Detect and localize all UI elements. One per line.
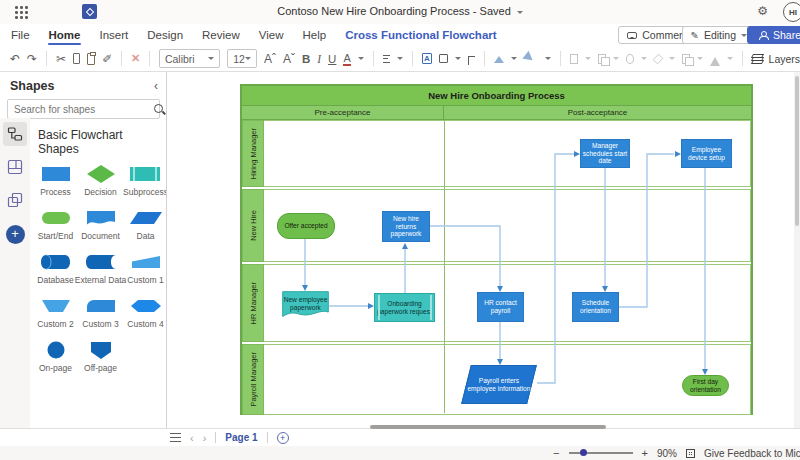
format-painter-icon[interactable]: ✐ bbox=[102, 53, 112, 65]
previous-page-icon[interactable]: ‹ bbox=[190, 432, 194, 444]
cut-icon[interactable]: ✂ bbox=[56, 53, 66, 65]
paste-icon[interactable] bbox=[87, 53, 95, 65]
shape-onboarding-paperwork-request[interactable]: Onboarding paperwork request bbox=[374, 293, 435, 322]
zoom-slider-thumb[interactable] bbox=[580, 449, 587, 456]
settings-gear-icon[interactable]: ⚙ bbox=[757, 4, 768, 18]
chevron-down-icon[interactable] bbox=[669, 57, 675, 63]
share-button[interactable]: Share bbox=[747, 26, 800, 44]
stencil-shape-external-data[interactable]: External Data bbox=[75, 252, 127, 285]
lane-area[interactable] bbox=[264, 120, 751, 187]
zoom-out-button[interactable]: − bbox=[553, 447, 559, 459]
diagram-parts-icon[interactable] bbox=[3, 155, 27, 179]
drawing-canvas[interactable]: New Hire Onboarding Process Pre-acceptan… bbox=[168, 72, 800, 428]
tab-design[interactable]: Design bbox=[147, 29, 183, 41]
next-page-icon[interactable]: › bbox=[203, 432, 207, 444]
chevron-down-icon[interactable] bbox=[397, 57, 403, 63]
copy-icon[interactable] bbox=[73, 53, 80, 64]
shape-menu-icon[interactable] bbox=[439, 54, 448, 63]
lane-area[interactable] bbox=[264, 189, 751, 262]
zoom-level[interactable]: 90% bbox=[657, 448, 677, 459]
stencil-shape-database[interactable]: Database bbox=[37, 252, 73, 285]
phase-post-acceptance[interactable]: Post-acceptance bbox=[444, 106, 751, 119]
line-color-icon[interactable] bbox=[523, 50, 540, 66]
text-align-icon[interactable] bbox=[383, 55, 390, 63]
shape-new-employee-paperwork[interactable]: New employee paperwork bbox=[282, 291, 329, 321]
horizontal-scrollbar-thumb[interactable] bbox=[370, 425, 606, 429]
vertical-scrollbar-thumb[interactable] bbox=[795, 76, 799, 226]
underline-button[interactable]: U bbox=[328, 53, 336, 65]
shape-employee-device-setup[interactable]: Employee device setup bbox=[681, 139, 732, 168]
phase-pre-acceptance[interactable]: Pre-acceptance bbox=[242, 106, 444, 119]
add-stencil-button[interactable]: + bbox=[6, 225, 25, 244]
shape-new-hire-returns-paperwork[interactable]: New hire returns paperwork bbox=[382, 211, 430, 242]
shape-offer-accepted[interactable]: Offer accepted bbox=[277, 213, 335, 239]
shape-payroll-enters-employee-information[interactable]: Payroll enters employee information bbox=[461, 365, 537, 404]
zoom-slider[interactable] bbox=[569, 452, 633, 453]
stencil-shapes-icon[interactable] bbox=[3, 122, 27, 146]
menu-file[interactable]: File bbox=[11, 29, 30, 41]
tab-insert[interactable]: Insert bbox=[99, 29, 128, 41]
connector-button[interactable] bbox=[468, 56, 476, 65]
tab-home[interactable]: Home bbox=[49, 29, 81, 41]
stencil-shape-custom-2[interactable]: Custom 2 bbox=[37, 296, 73, 329]
chevron-down-icon[interactable] bbox=[727, 57, 733, 63]
shape-hr-contact-payroll[interactable]: HR contact payroll bbox=[477, 292, 524, 322]
chevron-down-icon[interactable] bbox=[697, 57, 703, 63]
avatar[interactable]: HI bbox=[783, 2, 800, 22]
font-size-select[interactable]: 12 bbox=[227, 49, 257, 68]
vertical-scrollbar[interactable] bbox=[794, 72, 800, 428]
redo-icon[interactable]: ↷ bbox=[27, 53, 37, 65]
chevron-down-icon[interactable] bbox=[358, 57, 364, 63]
chevron-down-icon[interactable] bbox=[545, 57, 551, 63]
group-menu[interactable] bbox=[598, 54, 606, 64]
shape-schedule-orientation[interactable]: Schedule orientation bbox=[572, 292, 619, 322]
chevron-down-icon[interactable] bbox=[455, 57, 461, 63]
feedback-link[interactable]: Give Feedback to Microsoft bbox=[704, 448, 800, 459]
chevron-down-icon[interactable] bbox=[641, 57, 647, 63]
add-page-button[interactable]: + bbox=[277, 432, 289, 444]
font-color-button[interactable]: A bbox=[343, 52, 350, 66]
stencil-shape-process[interactable]: Process bbox=[38, 164, 74, 197]
tab-view[interactable]: View bbox=[259, 29, 284, 41]
shrink-font-icon[interactable]: Aˇ bbox=[283, 53, 295, 65]
chevron-down-icon[interactable] bbox=[613, 57, 619, 63]
shapes-search-input[interactable] bbox=[8, 104, 152, 115]
editing-mode-button[interactable]: ✎ Editing bbox=[682, 26, 757, 44]
arrange-position-menu[interactable] bbox=[570, 54, 578, 64]
order-menu[interactable] bbox=[652, 53, 663, 64]
document-title[interactable]: Contoso New Hire Onboarding Process - Sa… bbox=[0, 5, 800, 17]
lane-label-new-hire[interactable]: New Hire bbox=[242, 189, 264, 262]
lane-label-hr-manager[interactable]: HR Manager bbox=[242, 264, 264, 342]
layers-button[interactable]: Layers bbox=[752, 53, 800, 65]
tab-help[interactable]: Help bbox=[303, 29, 327, 41]
stencil-shape-on-page[interactable]: On-page bbox=[38, 340, 74, 373]
align-shapes-menu[interactable] bbox=[626, 54, 634, 64]
stencil-shape-off-page[interactable]: Off-page bbox=[83, 340, 119, 373]
text-box-button[interactable]: A bbox=[422, 53, 432, 64]
fill-color-icon[interactable] bbox=[494, 51, 504, 63]
ungroup-menu[interactable] bbox=[682, 54, 690, 64]
more-stencils-icon[interactable] bbox=[3, 188, 27, 212]
stencil-shape-decision[interactable]: Decision bbox=[83, 164, 119, 197]
delete-icon[interactable]: ✕ bbox=[131, 52, 140, 65]
bold-button[interactable]: B bbox=[302, 53, 310, 65]
chevron-down-icon[interactable] bbox=[585, 57, 591, 63]
stencil-shape-custom-3[interactable]: Custom 3 bbox=[82, 296, 118, 329]
stencil-shape-start-end[interactable]: Start/End bbox=[38, 208, 74, 241]
stencil-section-title[interactable]: Basic Flowchart Shapes bbox=[30, 118, 166, 164]
zoom-in-button[interactable]: + bbox=[642, 447, 648, 459]
italic-button[interactable]: I bbox=[317, 53, 321, 65]
tab-review[interactable]: Review bbox=[202, 29, 240, 41]
search-icon[interactable] bbox=[152, 102, 155, 116]
undo-icon[interactable]: ↶ bbox=[10, 53, 20, 65]
collapse-panel-icon[interactable]: ‹ bbox=[154, 79, 158, 93]
fit-to-window-icon[interactable] bbox=[686, 449, 695, 458]
rotate-menu[interactable] bbox=[710, 52, 720, 66]
lane-label-hiring-manager[interactable]: Hiring Manager bbox=[242, 120, 264, 187]
stencil-shape-custom-1[interactable]: Custom 1 bbox=[127, 252, 163, 285]
flowchart-title-bar[interactable]: New Hire Onboarding Process bbox=[242, 86, 751, 106]
stencil-shape-data[interactable]: Data bbox=[128, 208, 164, 241]
tab-cross-functional-flowchart[interactable]: Cross Functional Flowchart bbox=[345, 29, 496, 41]
shape-first-day-orientation[interactable]: First day orientation bbox=[682, 375, 729, 396]
grow-font-icon[interactable]: Aˆ bbox=[264, 53, 276, 65]
